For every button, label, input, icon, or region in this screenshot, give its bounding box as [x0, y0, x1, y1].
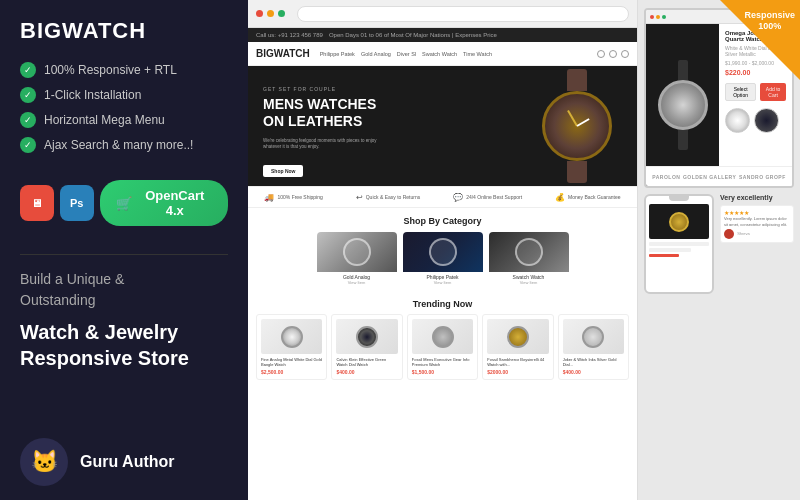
trending-card-5[interactable]: Joker & Witch Inks Silver Gold Dial... $… — [558, 314, 629, 380]
nav-item-3: Diver Sl — [397, 51, 416, 57]
opencart-label: OpenCart 4.x — [138, 188, 213, 218]
shipping-label: 100% Free Shipping — [277, 194, 322, 200]
wishlist-icon[interactable] — [609, 50, 617, 58]
category-card-1[interactable]: Gold Analog View Item — [317, 232, 397, 287]
category-sublabel-1: View Item — [317, 280, 397, 285]
watch-strap-bottom — [567, 161, 587, 183]
brand-logo-2: GOLDEN GALLERY — [683, 174, 736, 180]
category-card-2[interactable]: Philippe Patek View Item — [403, 232, 483, 287]
watch-strap-top — [567, 69, 587, 91]
platforms-row: 🖥 Ps 🛒 OpenCart 4.x — [20, 180, 228, 226]
tablet-watch-main — [658, 80, 708, 130]
review-text-1: Very excellently. Lorem ipsum dolor sit … — [724, 216, 790, 227]
trending-watch-5 — [582, 326, 604, 348]
hero-description: We're celebrating feelgood moments with … — [263, 138, 383, 152]
shipping-icon: 🚚 — [264, 193, 274, 202]
hero-text-area: GET SET FOR COUPLE MENS WATCHES ON LEATH… — [263, 86, 383, 177]
feature-item-2: ✓ 1-Click Installation — [20, 87, 228, 103]
trending-price-3: $1,500.00 — [412, 369, 473, 375]
tablet-dot-yellow — [656, 15, 660, 19]
tablet-dot-green — [662, 15, 666, 19]
mobile-mockup — [644, 194, 714, 294]
support-label: 24/4 Online Best Support — [466, 194, 522, 200]
feature-moneyback: 💰 Money Back Guarantee — [555, 193, 621, 202]
hero-subtitle: GET SET FOR COUPLE — [263, 86, 383, 92]
shop-by-category-title: Shop By Category — [256, 216, 629, 226]
returns-icon: ↩ — [356, 193, 363, 202]
mobile-line-1 — [649, 242, 709, 246]
feature-returns: ↩ Quick & Easy to Returns — [356, 193, 420, 202]
author-avatar-icon: 🐱 — [31, 449, 58, 475]
trending-price-4: $2000.00 — [487, 369, 548, 375]
shop-now-button[interactable]: Shop Now — [263, 165, 303, 177]
tablet-small-watch-1 — [725, 108, 750, 133]
hero-watch-image — [537, 71, 617, 181]
trending-name-1: Fine Analog Metal White Dial Gold Bangle… — [261, 357, 322, 367]
feature-support: 💬 24/4 Online Best Support — [453, 193, 522, 202]
add-to-cart-btn[interactable]: Add to Cart — [760, 83, 786, 101]
category-image-2 — [403, 232, 483, 272]
browser-dot-yellow — [267, 10, 274, 17]
screen-icon: 🖥 — [31, 197, 42, 209]
tablet-related-watches — [725, 108, 786, 133]
opencart-button[interactable]: 🛒 OpenCart 4.x — [100, 180, 229, 226]
site-content: Call us: +91 123 456 789 Open Days 01 to… — [248, 28, 637, 500]
author-row: 🐱 Guru Author — [20, 438, 228, 486]
trending-name-3: Fossil Mens Executive Gear Info Premium … — [412, 357, 473, 367]
trending-card-3[interactable]: Fossil Mens Executive Gear Info Premium … — [407, 314, 478, 380]
review-avatar — [724, 229, 734, 239]
browser-bar — [248, 0, 637, 28]
trending-img-5 — [563, 319, 624, 354]
tablet-dot-red — [650, 15, 654, 19]
trending-watch-3 — [432, 326, 454, 348]
nav-icons — [597, 50, 629, 58]
responsive-badge-text: Responsive 100% — [744, 10, 795, 32]
build-text: Build a Unique & Outstanding — [20, 269, 228, 311]
mobile-price-line — [649, 254, 679, 257]
browser-url-bar — [297, 6, 629, 22]
mobile-content — [646, 201, 712, 262]
trending-watch-2 — [356, 326, 378, 348]
nav-item-5: Time Watch — [463, 51, 492, 57]
nav-items: Philippe Patek Gold Analog Diver Sl Swat… — [320, 51, 587, 57]
author-name: Guru Author — [80, 453, 175, 471]
category-sublabel-3: View Item — [489, 280, 569, 285]
left-panel: BIGWATCH ✓ 100% Responsive + RTL ✓ 1-Cli… — [0, 0, 248, 500]
mockup-wrapper: Call us: +91 123 456 789 Open Days 01 to… — [248, 0, 800, 500]
feature-item-1: ✓ 100% Responsive + RTL — [20, 62, 228, 78]
cart-icon[interactable] — [621, 50, 629, 58]
category-sublabel-2: View Item — [403, 280, 483, 285]
mobile-hero-banner — [649, 204, 709, 239]
trending-card-2[interactable]: Calvin Klein Effective Green Watch Dial … — [331, 314, 402, 380]
feature-item-3: ✓ Horizontal Mega Menu — [20, 112, 228, 128]
trending-watch-4 — [507, 326, 529, 348]
watch-face — [542, 91, 612, 161]
trending-img-3 — [412, 319, 473, 354]
category-card-3[interactable]: Swatch Watch View Item — [489, 232, 569, 287]
topbar-left-text: Call us: +91 123 456 789 — [256, 32, 323, 38]
brand-title: BIGWATCH — [20, 18, 228, 44]
tablet-sale-price: $220.00 — [725, 69, 786, 76]
brands-strip: PAROLON GOLDEN GALLERY SANDRO GROPF — [646, 166, 792, 186]
category-image-1 — [317, 232, 397, 272]
trending-name-5: Joker & Witch Inks Silver Gold Dial... — [563, 357, 624, 367]
nav-item-4: Swatch Watch — [422, 51, 457, 57]
trending-grid: Fine Analog Metal White Dial Gold Bangle… — [256, 314, 629, 380]
shop-by-category-section: Shop By Category Gold Analog View Item — [248, 208, 637, 295]
trending-price-5: $400.00 — [563, 369, 624, 375]
trending-card-4[interactable]: Fossil Sambherco Boysinrelli 44 Watch wi… — [482, 314, 553, 380]
trending-section: Trending Now Fine Analog Metal White Dia… — [248, 295, 637, 388]
hero-main-title: MENS WATCHES ON LEATHERS — [263, 96, 383, 130]
feature-item-4: ✓ Ajax Search & many more..! — [20, 137, 228, 153]
mobile-line-2 — [649, 248, 691, 252]
select-options-btn[interactable]: Select Option — [725, 83, 756, 101]
desktop-mockup: Call us: +91 123 456 789 Open Days 01 to… — [248, 0, 638, 500]
search-icon[interactable] — [597, 50, 605, 58]
browser-dot-red — [256, 10, 263, 17]
cart-icon: 🛒 — [116, 196, 132, 211]
nav-item-2: Gold Analog — [361, 51, 391, 57]
brand-logo-3: SANDRO GROPF — [739, 174, 786, 180]
trending-price-1: $2,500.00 — [261, 369, 322, 375]
returns-label: Quick & Easy to Returns — [366, 194, 420, 200]
trending-card-1[interactable]: Fine Analog Metal White Dial Gold Bangle… — [256, 314, 327, 380]
